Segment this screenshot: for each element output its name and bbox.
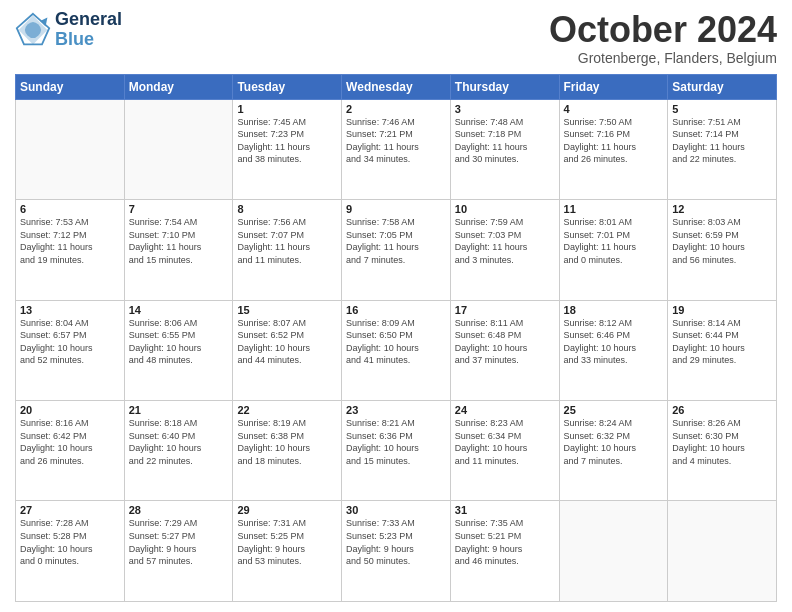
- day-number: 25: [564, 404, 664, 416]
- day-info: Sunrise: 8:06 AM Sunset: 6:55 PM Dayligh…: [129, 317, 229, 367]
- day-number: 8: [237, 203, 337, 215]
- day-info: Sunrise: 8:11 AM Sunset: 6:48 PM Dayligh…: [455, 317, 555, 367]
- day-header-monday: Monday: [124, 74, 233, 99]
- title-block: October 2024 Grotenberge, Flanders, Belg…: [549, 10, 777, 66]
- calendar-cell: [124, 99, 233, 199]
- day-info: Sunrise: 7:35 AM Sunset: 5:21 PM Dayligh…: [455, 517, 555, 567]
- day-info: Sunrise: 7:46 AM Sunset: 7:21 PM Dayligh…: [346, 116, 446, 166]
- day-info: Sunrise: 8:21 AM Sunset: 6:36 PM Dayligh…: [346, 417, 446, 467]
- day-number: 4: [564, 103, 664, 115]
- calendar-cell: 10Sunrise: 7:59 AM Sunset: 7:03 PM Dayli…: [450, 200, 559, 300]
- day-number: 26: [672, 404, 772, 416]
- calendar-cell: 5Sunrise: 7:51 AM Sunset: 7:14 PM Daylig…: [668, 99, 777, 199]
- calendar-cell: 15Sunrise: 8:07 AM Sunset: 6:52 PM Dayli…: [233, 300, 342, 400]
- day-header-wednesday: Wednesday: [342, 74, 451, 99]
- calendar-cell: 9Sunrise: 7:58 AM Sunset: 7:05 PM Daylig…: [342, 200, 451, 300]
- day-info: Sunrise: 7:48 AM Sunset: 7:18 PM Dayligh…: [455, 116, 555, 166]
- calendar-cell: 14Sunrise: 8:06 AM Sunset: 6:55 PM Dayli…: [124, 300, 233, 400]
- day-info: Sunrise: 7:31 AM Sunset: 5:25 PM Dayligh…: [237, 517, 337, 567]
- day-number: 19: [672, 304, 772, 316]
- day-header-tuesday: Tuesday: [233, 74, 342, 99]
- calendar-cell: 24Sunrise: 8:23 AM Sunset: 6:34 PM Dayli…: [450, 401, 559, 501]
- day-number: 20: [20, 404, 120, 416]
- day-info: Sunrise: 8:19 AM Sunset: 6:38 PM Dayligh…: [237, 417, 337, 467]
- day-number: 12: [672, 203, 772, 215]
- day-number: 13: [20, 304, 120, 316]
- day-info: Sunrise: 7:51 AM Sunset: 7:14 PM Dayligh…: [672, 116, 772, 166]
- day-info: Sunrise: 7:58 AM Sunset: 7:05 PM Dayligh…: [346, 216, 446, 266]
- calendar-week-0: 1Sunrise: 7:45 AM Sunset: 7:23 PM Daylig…: [16, 99, 777, 199]
- calendar-week-4: 27Sunrise: 7:28 AM Sunset: 5:28 PM Dayli…: [16, 501, 777, 602]
- calendar-week-2: 13Sunrise: 8:04 AM Sunset: 6:57 PM Dayli…: [16, 300, 777, 400]
- day-number: 11: [564, 203, 664, 215]
- calendar-cell: 31Sunrise: 7:35 AM Sunset: 5:21 PM Dayli…: [450, 501, 559, 602]
- day-info: Sunrise: 7:54 AM Sunset: 7:10 PM Dayligh…: [129, 216, 229, 266]
- day-number: 6: [20, 203, 120, 215]
- calendar-cell: [668, 501, 777, 602]
- calendar-cell: 18Sunrise: 8:12 AM Sunset: 6:46 PM Dayli…: [559, 300, 668, 400]
- day-number: 21: [129, 404, 229, 416]
- day-info: Sunrise: 8:07 AM Sunset: 6:52 PM Dayligh…: [237, 317, 337, 367]
- day-header-saturday: Saturday: [668, 74, 777, 99]
- day-number: 29: [237, 504, 337, 516]
- day-number: 10: [455, 203, 555, 215]
- day-info: Sunrise: 7:28 AM Sunset: 5:28 PM Dayligh…: [20, 517, 120, 567]
- day-info: Sunrise: 8:14 AM Sunset: 6:44 PM Dayligh…: [672, 317, 772, 367]
- day-info: Sunrise: 7:29 AM Sunset: 5:27 PM Dayligh…: [129, 517, 229, 567]
- day-number: 3: [455, 103, 555, 115]
- calendar-cell: 27Sunrise: 7:28 AM Sunset: 5:28 PM Dayli…: [16, 501, 125, 602]
- day-info: Sunrise: 8:23 AM Sunset: 6:34 PM Dayligh…: [455, 417, 555, 467]
- calendar-cell: 30Sunrise: 7:33 AM Sunset: 5:23 PM Dayli…: [342, 501, 451, 602]
- day-info: Sunrise: 7:45 AM Sunset: 7:23 PM Dayligh…: [237, 116, 337, 166]
- calendar-cell: 21Sunrise: 8:18 AM Sunset: 6:40 PM Dayli…: [124, 401, 233, 501]
- day-number: 9: [346, 203, 446, 215]
- day-info: Sunrise: 8:18 AM Sunset: 6:40 PM Dayligh…: [129, 417, 229, 467]
- day-number: 5: [672, 103, 772, 115]
- day-number: 31: [455, 504, 555, 516]
- day-info: Sunrise: 7:53 AM Sunset: 7:12 PM Dayligh…: [20, 216, 120, 266]
- calendar-table: SundayMondayTuesdayWednesdayThursdayFrid…: [15, 74, 777, 602]
- calendar-cell: 13Sunrise: 8:04 AM Sunset: 6:57 PM Dayli…: [16, 300, 125, 400]
- calendar-header-row: SundayMondayTuesdayWednesdayThursdayFrid…: [16, 74, 777, 99]
- day-header-friday: Friday: [559, 74, 668, 99]
- calendar-cell: [16, 99, 125, 199]
- calendar-cell: 28Sunrise: 7:29 AM Sunset: 5:27 PM Dayli…: [124, 501, 233, 602]
- day-info: Sunrise: 8:09 AM Sunset: 6:50 PM Dayligh…: [346, 317, 446, 367]
- calendar-cell: 12Sunrise: 8:03 AM Sunset: 6:59 PM Dayli…: [668, 200, 777, 300]
- day-info: Sunrise: 7:56 AM Sunset: 7:07 PM Dayligh…: [237, 216, 337, 266]
- calendar-week-1: 6Sunrise: 7:53 AM Sunset: 7:12 PM Daylig…: [16, 200, 777, 300]
- location-subtitle: Grotenberge, Flanders, Belgium: [549, 50, 777, 66]
- day-number: 22: [237, 404, 337, 416]
- calendar-cell: 17Sunrise: 8:11 AM Sunset: 6:48 PM Dayli…: [450, 300, 559, 400]
- day-number: 14: [129, 304, 229, 316]
- calendar-cell: 4Sunrise: 7:50 AM Sunset: 7:16 PM Daylig…: [559, 99, 668, 199]
- calendar-cell: 7Sunrise: 7:54 AM Sunset: 7:10 PM Daylig…: [124, 200, 233, 300]
- day-header-thursday: Thursday: [450, 74, 559, 99]
- calendar-cell: 6Sunrise: 7:53 AM Sunset: 7:12 PM Daylig…: [16, 200, 125, 300]
- day-info: Sunrise: 7:33 AM Sunset: 5:23 PM Dayligh…: [346, 517, 446, 567]
- day-info: Sunrise: 8:04 AM Sunset: 6:57 PM Dayligh…: [20, 317, 120, 367]
- calendar-cell: 8Sunrise: 7:56 AM Sunset: 7:07 PM Daylig…: [233, 200, 342, 300]
- calendar-week-3: 20Sunrise: 8:16 AM Sunset: 6:42 PM Dayli…: [16, 401, 777, 501]
- day-number: 1: [237, 103, 337, 115]
- day-number: 7: [129, 203, 229, 215]
- logo: General Blue: [15, 10, 122, 50]
- header: General Blue October 2024 Grotenberge, F…: [15, 10, 777, 66]
- calendar-cell: 2Sunrise: 7:46 AM Sunset: 7:21 PM Daylig…: [342, 99, 451, 199]
- calendar-cell: 23Sunrise: 8:21 AM Sunset: 6:36 PM Dayli…: [342, 401, 451, 501]
- calendar-cell: 25Sunrise: 8:24 AM Sunset: 6:32 PM Dayli…: [559, 401, 668, 501]
- day-number: 27: [20, 504, 120, 516]
- calendar-cell: 3Sunrise: 7:48 AM Sunset: 7:18 PM Daylig…: [450, 99, 559, 199]
- calendar-cell: 1Sunrise: 7:45 AM Sunset: 7:23 PM Daylig…: [233, 99, 342, 199]
- calendar-cell: 16Sunrise: 8:09 AM Sunset: 6:50 PM Dayli…: [342, 300, 451, 400]
- month-title: October 2024: [549, 10, 777, 50]
- day-info: Sunrise: 8:12 AM Sunset: 6:46 PM Dayligh…: [564, 317, 664, 367]
- calendar-cell: [559, 501, 668, 602]
- calendar-cell: 26Sunrise: 8:26 AM Sunset: 6:30 PM Dayli…: [668, 401, 777, 501]
- calendar-cell: 29Sunrise: 7:31 AM Sunset: 5:25 PM Dayli…: [233, 501, 342, 602]
- day-header-sunday: Sunday: [16, 74, 125, 99]
- day-info: Sunrise: 8:24 AM Sunset: 6:32 PM Dayligh…: [564, 417, 664, 467]
- day-number: 2: [346, 103, 446, 115]
- day-number: 30: [346, 504, 446, 516]
- calendar-cell: 11Sunrise: 8:01 AM Sunset: 7:01 PM Dayli…: [559, 200, 668, 300]
